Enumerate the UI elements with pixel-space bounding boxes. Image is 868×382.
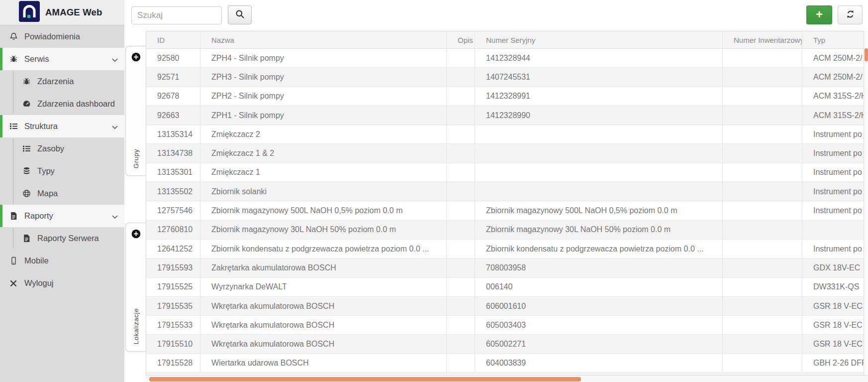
list-icon [22, 144, 31, 153]
cell-numer-inwentarzowy [723, 201, 802, 220]
cell-typ: Instrument po [802, 163, 868, 182]
column-header-id[interactable]: ID [146, 31, 200, 48]
sidebar-item-zdarzenia[interactable]: Zdarzenia [0, 70, 124, 93]
cell-typ: Instrument po [802, 182, 868, 201]
table-row[interactable]: 92678ZPH2 - Silnik pompy1412328991ACM 31… [146, 87, 868, 106]
vertical-scrollbar[interactable] [864, 31, 868, 375]
cell-typ: Instrument po [802, 240, 868, 258]
sidebar-item-label: Typy [37, 166, 55, 176]
cell-opis [447, 240, 475, 258]
cell-id: 17915535 [146, 297, 200, 315]
cell-id: 92580 [146, 49, 200, 67]
column-header-typ[interactable]: Typ [802, 31, 868, 48]
table-row[interactable]: 92663ZPH1 - Silnik pompy1412328990ACM 31… [146, 106, 868, 125]
vertical-scrollbar-thumb[interactable] [865, 48, 868, 61]
sidebar-item-mobile[interactable]: Mobile [0, 250, 124, 272]
table-row[interactable]: 92571ZPH3 - Silnik pompy1407245531ACM 25… [146, 68, 868, 87]
tab-lokalizacje[interactable]: Lokalizacje [125, 223, 146, 352]
cell-numer-inwentarzowy [723, 258, 802, 277]
column-header-numer-inwentarzowy[interactable]: Numer Inwentarzowy [723, 31, 802, 48]
table-row[interactable]: 12641252Zbiornik kondensatu z podgrzewac… [146, 240, 868, 258]
table-row[interactable]: 92580ZPH4 - Silnik pompy1412328944ACM 25… [146, 49, 868, 68]
sidebar-item-typy[interactable]: Typy [0, 160, 124, 182]
cell-numer-seryjny: 1412328990 [475, 106, 723, 125]
cell-typ: ACM 250M-2/ [802, 68, 868, 86]
amage-logo-icon [19, 1, 40, 24]
cell-id: 12641252 [146, 240, 200, 258]
circle-plus-icon[interactable] [131, 52, 141, 64]
sidebar-item-raporty[interactable]: Raporty [0, 205, 124, 227]
cell-nazwa: ZPH2 - Silnik pompy [200, 87, 447, 106]
bell-icon [9, 32, 18, 41]
table-row[interactable]: 13134738Zmiękczacz 1 & 2Instrument po [146, 144, 868, 163]
sidebar-item-zdarzenia-dashboard[interactable]: Zdarzenia dashboard [0, 93, 124, 115]
cell-numer-inwentarzowy [723, 163, 802, 182]
cell-numer-inwentarzowy [723, 316, 802, 334]
horizontal-scrollbar[interactable] [146, 375, 868, 382]
cell-nazwa: ZPH1 - Silnik pompy [200, 106, 447, 125]
cell-nazwa: Wkrętarka akumulatorowa BOSCH [200, 297, 447, 315]
sidebar-item-powiadomienia[interactable]: Powiadomienia [0, 25, 124, 48]
cell-typ [802, 221, 868, 239]
sidebar-item-raporty-serwera[interactable]: Raporty Serwera [0, 227, 124, 250]
column-header-nazwa[interactable]: Nazwa [200, 31, 447, 48]
search-input[interactable] [131, 6, 222, 24]
table-row[interactable]: 17915535Wkrętarka akumulatorowa BOSCH606… [146, 297, 868, 316]
sidebar-item-wyloguj[interactable]: Wyloguj [0, 272, 124, 294]
table-row[interactable]: 13135301Zmiękczacz 1Instrument po [146, 163, 868, 182]
cell-numer-seryjny: Zbiornik magazynowy 500L NaOH 0,5% pozio… [475, 201, 723, 220]
cell-id: 17915528 [146, 354, 200, 373]
sidebar-item-zasoby[interactable]: Zasoby [0, 137, 124, 160]
cell-id: 92678 [146, 87, 200, 106]
cell-numer-seryjny: 1412328944 [475, 49, 723, 67]
cell-numer-seryjny [475, 144, 723, 162]
cell-numer-seryjny: 604003839 [475, 354, 723, 373]
table-row[interactable]: 17915533Wkrętarka akumulatorowa BOSCH605… [146, 316, 868, 335]
raporty-submenu: Raporty Serwera [0, 227, 124, 250]
serwis-submenu: Zdarzenia Zdarzenia dashboard [0, 70, 124, 115]
table-row[interactable]: 13135314Zmiękczacz 2Instrument po [146, 125, 868, 144]
sidebar-item-mapa[interactable]: Mapa [0, 182, 124, 205]
horizontal-scrollbar-thumb[interactable] [149, 377, 581, 382]
refresh-button[interactable] [838, 5, 863, 24]
table-row[interactable]: 17915525Wyrzynarka DeWALT006140DW331K-QS [146, 278, 868, 297]
cell-numer-inwentarzowy [723, 49, 802, 67]
cell-typ: GDX 18V-EC [802, 258, 868, 277]
table-row[interactable]: 17915528Wiertarka udarowa BOSCH604003839… [146, 354, 868, 373]
cell-nazwa: Wyrzynarka DeWALT [200, 278, 447, 296]
column-header-opis[interactable]: Opis [447, 31, 475, 48]
table-row[interactable]: 12760810Zbiornik magazynowy 30L NaOH 50%… [146, 221, 868, 240]
column-header-numer-seryjny[interactable]: Numer Seryjny [475, 31, 723, 48]
cell-numer-seryjny: 606001610 [475, 297, 723, 315]
cell-numer-inwentarzowy [723, 335, 802, 353]
cell-id: 17915533 [146, 316, 200, 334]
cell-numer-seryjny: Zbiornik kondensatu z podgrzewacza powie… [475, 240, 723, 258]
cell-opis [447, 278, 475, 296]
cell-nazwa: ZPH4 - Silnik pompy [200, 49, 447, 67]
cell-id: 17915593 [146, 258, 200, 277]
add-button[interactable]: + [806, 5, 832, 24]
logout-x-icon [9, 279, 18, 288]
cell-numer-inwentarzowy [723, 297, 802, 315]
circle-plus-icon[interactable] [131, 229, 141, 241]
table-row[interactable]: 12757546Zbiornik magazynowy 500L NaOH 0,… [146, 201, 868, 220]
table-row[interactable]: 17915593Zakrętarka akumulatorowa BOSCH70… [146, 258, 868, 277]
cell-typ: Instrument po [802, 144, 868, 162]
table-row[interactable]: 17915510Wkrętarka akumulatorowa BOSCH605… [146, 335, 868, 354]
cell-nazwa: Wkrętarka akumulatorowa BOSCH [200, 316, 447, 334]
sidebar-item-serwis[interactable]: Serwis [0, 48, 124, 70]
tab-grupy[interactable]: Grupy [125, 46, 146, 176]
cell-opis [447, 163, 475, 182]
cell-opis [447, 182, 475, 201]
plus-icon: + [816, 8, 823, 20]
app-title: AMAGE Web [45, 7, 102, 18]
cell-opis [447, 87, 475, 106]
table-row[interactable]: 13135502Zbiornik solankiInstrument po [146, 182, 868, 201]
sidebar-item-label: Zasoby [37, 144, 64, 153]
cell-nazwa: Wkrętarka akumulatorowa BOSCH [200, 335, 447, 353]
sidebar-item-struktura[interactable]: Struktura [0, 115, 124, 137]
search-button[interactable] [228, 5, 252, 24]
cell-opis [447, 316, 475, 334]
cell-nazwa: ZPH3 - Silnik pompy [200, 68, 447, 86]
toolbar: + [124, 0, 868, 31]
